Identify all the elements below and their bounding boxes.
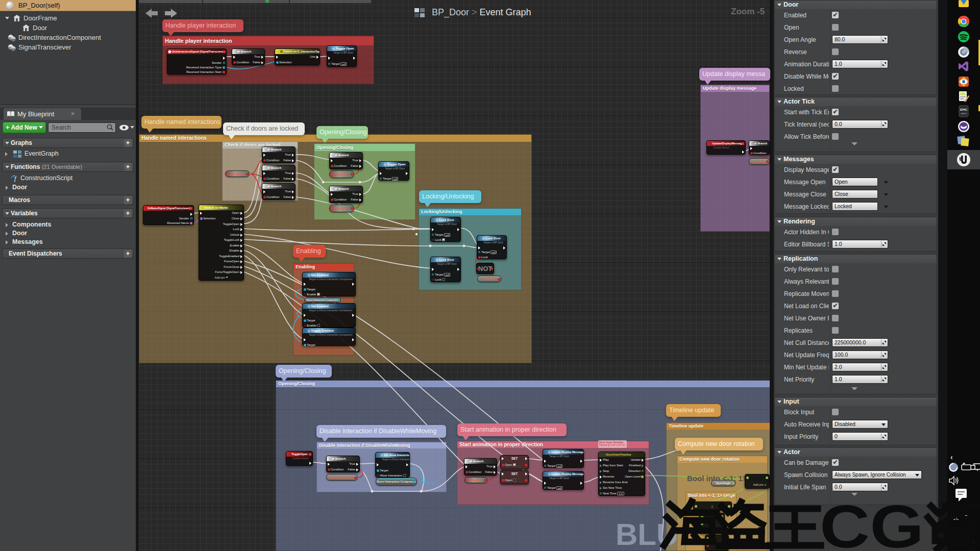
- svg-text:GAMES: GAMES: [961, 113, 967, 115]
- svg-text:EPIC: EPIC: [960, 108, 968, 111]
